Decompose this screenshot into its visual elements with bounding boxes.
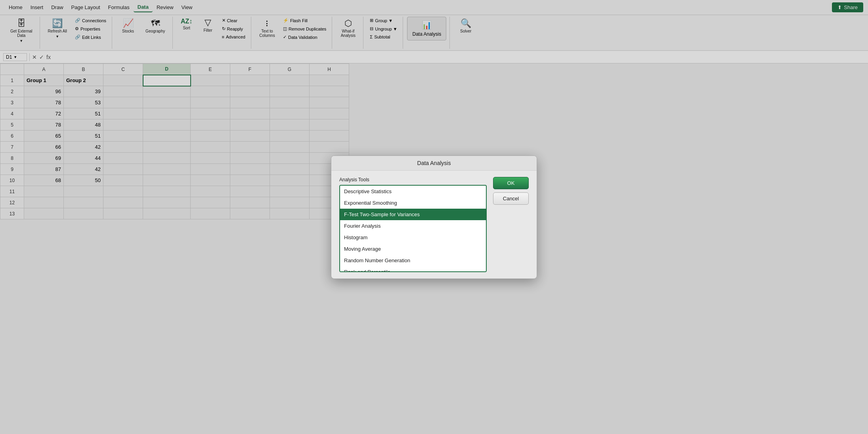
dialog-title: Data Analysis — [417, 160, 451, 166]
tools-list[interactable]: Descriptive StatisticsExponential Smooth… — [339, 185, 487, 220]
dialog-right-panel: OK Cancel — [493, 177, 529, 220]
tools-list-item[interactable]: F-Test Two-Sample for Variances — [340, 209, 486, 220]
data-analysis-dialog: Data Analysis Analysis Tools Descriptive… — [331, 156, 537, 220]
modal-overlay: Data Analysis Analysis Tools Descriptive… — [0, 0, 868, 219]
analysis-tools-label: Analysis Tools — [339, 177, 487, 182]
ok-button[interactable]: OK — [493, 177, 529, 189]
cancel-button[interactable]: Cancel — [493, 192, 529, 205]
dialog-left-panel: Analysis Tools Descriptive StatisticsExp… — [339, 177, 487, 220]
tools-list-item[interactable]: Descriptive Statistics — [340, 186, 486, 197]
dialog-title-bar: Data Analysis — [331, 156, 537, 171]
tools-list-item[interactable]: Exponential Smoothing — [340, 197, 486, 209]
dialog-body: Analysis Tools Descriptive StatisticsExp… — [331, 171, 537, 220]
